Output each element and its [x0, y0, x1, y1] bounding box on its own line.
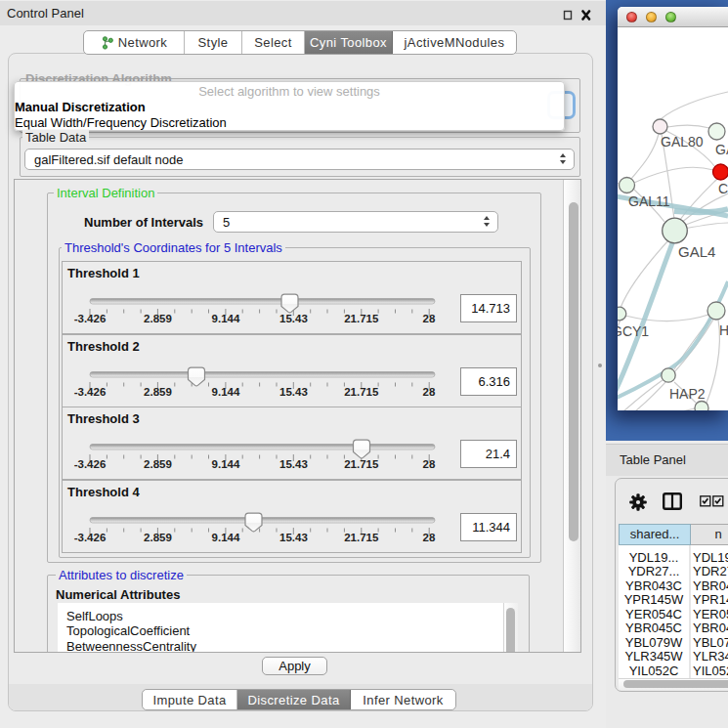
- svg-text:HAP2: HAP2: [669, 386, 706, 402]
- svg-text:GAL11: GAL11: [628, 193, 670, 209]
- svg-text:GAL80: GAL80: [661, 134, 704, 150]
- svg-text:GCY1: GCY1: [618, 323, 649, 339]
- svg-text:GA: GA: [715, 142, 728, 157]
- svg-text:HI: HI: [719, 322, 728, 338]
- svg-text:GAL4: GAL4: [678, 243, 715, 260]
- svg-text:CY: CY: [718, 181, 728, 196]
